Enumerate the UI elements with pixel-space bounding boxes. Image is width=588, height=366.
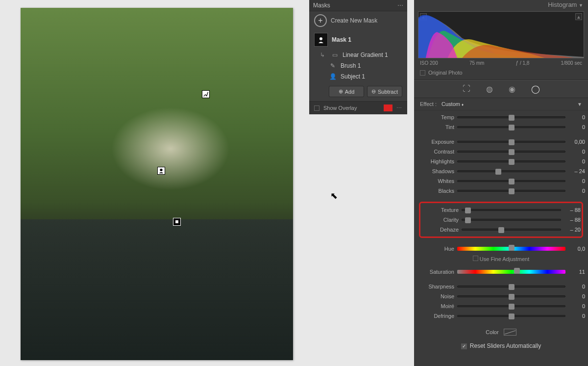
histogram[interactable]: ▲ ▲ <box>418 11 584 58</box>
brush-icon: ✎ <box>329 63 337 69</box>
slider-label: Defringe <box>417 313 454 319</box>
gradient-icon: ▭ <box>331 52 339 58</box>
slider-clarity[interactable]: Clarity – 88 <box>421 215 581 225</box>
mask-thumbnail[interactable] <box>314 33 328 47</box>
slider-value: – 24 <box>568 168 585 174</box>
slider-value: 0,00 <box>568 139 585 145</box>
slider-exposure[interactable]: Exposure 0,00 <box>417 137 585 147</box>
slider-sharpness[interactable]: Sharpness 0 <box>417 282 585 291</box>
slider-track[interactable] <box>457 190 565 192</box>
show-overlay-label: Show Overlay <box>323 105 357 111</box>
effect-label: Effect : <box>420 101 437 107</box>
slider-track[interactable] <box>457 170 565 172</box>
meta-iso: ISO 200 <box>420 60 438 66</box>
slider-label: Saturation <box>417 269 454 275</box>
cursor-icon: ⬉ <box>330 190 338 201</box>
subject-icon: 👤 <box>329 74 337 79</box>
meta-shutter: 1/800 sec <box>561 60 582 66</box>
create-mask-button[interactable]: + <box>314 14 327 27</box>
slider-track[interactable] <box>462 209 561 211</box>
slider-label: Moiré <box>417 303 454 309</box>
mask-tool-icon[interactable]: ◯ <box>531 84 540 94</box>
slider-value: – 20 <box>564 227 581 233</box>
slider-noise[interactable]: Noise 0 <box>417 291 585 301</box>
slider-track[interactable] <box>457 305 565 307</box>
reset-checkbox[interactable]: ✓ <box>461 343 467 349</box>
slider-whites[interactable]: Whites 0 <box>417 176 585 186</box>
slider-track[interactable] <box>462 219 561 221</box>
slider-contrast[interactable]: Contrast 0 <box>417 147 585 157</box>
slider-value: 0 <box>568 284 585 289</box>
slider-temp[interactable]: Temp 0 <box>417 112 585 122</box>
slider-value: 11 <box>568 269 585 275</box>
svg-point-1 <box>319 37 322 40</box>
slider-blacks[interactable]: Blacks 0 <box>417 186 585 196</box>
collapse-icon[interactable]: ▼ <box>579 3 583 8</box>
slider-label: Dehaze <box>421 227 459 233</box>
slider-label: Noise <box>417 293 454 299</box>
mask-component-gradient[interactable]: ↳ ▭ Linear Gradient 1 <box>309 50 407 60</box>
slider-track[interactable] <box>457 315 565 317</box>
slider-track[interactable] <box>457 270 565 274</box>
mask-component-subject[interactable]: 👤 Subject 1 <box>309 71 407 82</box>
photo-preview[interactable] <box>21 8 293 360</box>
histogram-title[interactable]: Histogram <box>548 1 577 8</box>
slider-highlights[interactable]: Highlights 0 <box>417 157 585 166</box>
panel-disclosure-icon[interactable]: ▼ <box>577 102 582 107</box>
slider-value: 0 <box>568 158 585 164</box>
redeye-tool-icon[interactable]: ◉ <box>509 84 515 94</box>
slider-value: 0 <box>568 114 585 120</box>
slider-track[interactable] <box>457 151 565 153</box>
slider-track[interactable] <box>457 286 565 288</box>
subject-pin-icon[interactable] <box>157 167 165 175</box>
slider-track[interactable] <box>462 229 561 231</box>
overlay-options-icon[interactable]: ⋯ <box>396 105 402 111</box>
add-button[interactable]: ⊕ Add <box>329 86 364 97</box>
slider-label: Contrast <box>417 149 454 155</box>
slider-moire[interactable]: Moiré 0 <box>417 301 585 311</box>
slider-value: 0 <box>568 149 585 155</box>
slider-label: Hue <box>417 246 454 252</box>
crop-tool-icon[interactable]: ⛶ <box>463 84 470 94</box>
slider-label: Exposure <box>417 139 454 145</box>
masks-title: Masks <box>313 2 330 9</box>
mask-name[interactable]: Mask 1 <box>332 36 351 43</box>
gradient-pin-icon[interactable] <box>173 218 181 226</box>
reset-label: Reset Sliders Automatically <box>470 342 541 349</box>
mask-component-brush[interactable]: ✎ Brush 1 <box>309 60 407 71</box>
meta-aperture: ƒ / 1,8 <box>516 60 530 66</box>
slider-track[interactable] <box>457 160 565 162</box>
original-photo-checkbox[interactable] <box>420 70 425 76</box>
meta-focal: 75 mm <box>469 60 485 66</box>
slider-tint[interactable]: Tint 0 <box>417 122 585 132</box>
panel-menu-icon[interactable]: ⋯ <box>397 2 403 9</box>
slider-value: 0 <box>568 313 585 319</box>
fine-adjust-checkbox[interactable] <box>473 256 478 261</box>
slider-track[interactable] <box>457 141 565 143</box>
overlay-color-swatch[interactable] <box>384 105 392 111</box>
slider-track[interactable] <box>457 295 565 297</box>
color-swatch[interactable] <box>504 329 516 336</box>
slider-saturation[interactable]: Saturation 11 <box>417 267 585 277</box>
slider-value: 0 <box>568 124 585 130</box>
slider-track[interactable] <box>457 180 565 182</box>
slider-dehaze[interactable]: Dehaze – 20 <box>421 225 581 235</box>
slider-value: 0 <box>568 303 585 309</box>
create-mask-label[interactable]: Create New Mask <box>331 17 377 24</box>
show-overlay-checkbox[interactable] <box>314 105 319 111</box>
slider-track[interactable] <box>457 126 565 128</box>
slider-track[interactable] <box>457 116 565 118</box>
slider-track[interactable] <box>457 247 565 251</box>
slider-hue[interactable]: Hue 0,0 <box>417 244 585 254</box>
slider-shadows[interactable]: Shadows – 24 <box>417 166 585 176</box>
heal-tool-icon[interactable]: ◍ <box>486 84 493 94</box>
slider-texture[interactable]: Texture – 88 <box>421 205 581 215</box>
subtract-button[interactable]: ⊖ Subtract <box>367 86 402 97</box>
slider-label: Clarity <box>421 217 459 223</box>
brush-pin-icon[interactable] <box>202 90 210 98</box>
effect-preset-dropdown[interactable]: Custom ♦ <box>441 101 464 107</box>
adjust-panel: Histogram ▼ ▲ ▲ ISO 200 75 mm ƒ / 1,8 1/… <box>414 0 588 366</box>
slider-label: Whites <box>417 178 454 184</box>
slider-defringe[interactable]: Defringe 0 <box>417 311 585 321</box>
slider-value: – 88 <box>564 207 581 213</box>
